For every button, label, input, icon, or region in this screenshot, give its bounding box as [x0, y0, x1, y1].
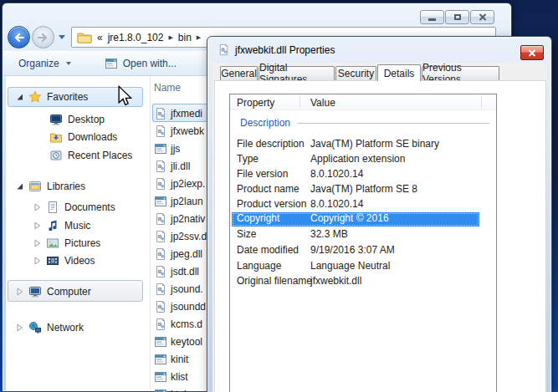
sidebar-item-videos[interactable]: Videos [6, 252, 148, 269]
collapsed-triangle-icon[interactable] [16, 288, 23, 296]
dll-file-icon [154, 265, 167, 278]
property-row[interactable]: Language Language Neutral [230, 260, 496, 274]
minimize-button[interactable] [420, 10, 444, 24]
sidebar-label: Documents [64, 201, 115, 213]
file-name: jp2laun [171, 196, 203, 207]
breadcrumb-overflow[interactable]: « [97, 32, 103, 43]
sidebar-item-documents[interactable]: Documents [6, 198, 148, 216]
property-name: Product version [237, 198, 309, 210]
collapsed-triangle-icon[interactable] [16, 323, 23, 332]
back-button[interactable] [8, 26, 30, 48]
file-name: klist [171, 371, 188, 383]
property-row[interactable]: Original filename jfxwebkit.dll [230, 275, 496, 289]
sidebar-item-libraries[interactable]: Libraries [6, 177, 148, 195]
recent-places-icon [49, 149, 63, 162]
back-arrow-icon [13, 32, 25, 43]
dll-file-icon [154, 125, 167, 138]
organize-menu-button[interactable]: Organize [13, 54, 76, 73]
collapsed-triangle-icon[interactable] [33, 239, 41, 247]
sidebar-label: Pictures [64, 237, 100, 249]
chevron-down-icon [66, 62, 71, 65]
property-value: Java(TM) Platform SE 8 [310, 183, 417, 195]
property-value: 9/19/2016 3:07 AM [310, 244, 395, 256]
close-icon [479, 13, 487, 21]
file-name: keytool [171, 336, 202, 348]
forward-arrow-icon [37, 32, 49, 43]
forward-button[interactable] [32, 26, 54, 48]
expanded-triangle-icon[interactable] [16, 182, 23, 191]
property-row-selected[interactable]: Copyright Copyright © 2016 [232, 212, 479, 227]
file-name: jfxmedi [171, 108, 202, 120]
application-file-icon [154, 353, 167, 366]
sidebar-label: Network [47, 322, 84, 333]
sidebar-label: Libraries [47, 181, 85, 192]
property-name: Copyright [237, 212, 309, 224]
property-value: 32.3 MB [310, 228, 348, 240]
column-divider[interactable] [299, 95, 300, 108]
open-with-button[interactable]: Open with... [100, 54, 182, 73]
file-name: jpeg.dll [171, 248, 202, 260]
tab-general[interactable]: General [220, 66, 258, 80]
property-row[interactable]: Size 32.3 MB [230, 228, 496, 242]
sidebar-item-downloads[interactable]: Downloads [6, 128, 148, 145]
tab-digital-signatures[interactable]: Digital Signatures [259, 66, 335, 80]
properties-icon [218, 43, 230, 56]
property-row[interactable]: Date modified 9/19/2016 3:07 AM [230, 244, 496, 258]
tab-previous-versions[interactable]: Previous Versions [422, 66, 499, 80]
network-icon [28, 321, 42, 334]
breadcrumb-segment[interactable]: bin [178, 32, 192, 43]
file-name: jli.dll [171, 160, 190, 172]
picture-icon [46, 237, 59, 250]
music-note-icon [46, 219, 59, 232]
collapsed-triangle-icon[interactable] [33, 257, 41, 265]
tab-label: Details [384, 68, 415, 79]
collapsed-triangle-icon[interactable] [33, 203, 41, 211]
sidebar-item-network[interactable]: Network [6, 318, 148, 336]
file-name: ktab [171, 389, 190, 392]
sidebar-label: Recent Places [68, 150, 132, 161]
libraries-icon [28, 180, 42, 193]
recent-pages-dropdown[interactable] [59, 35, 65, 39]
property-row[interactable]: Type Application extension [230, 153, 496, 167]
column-header-property[interactable]: Property [237, 97, 274, 109]
breadcrumb-segment[interactable]: jre1.8.0_102 [108, 32, 164, 43]
tab-security[interactable]: Security [335, 66, 376, 80]
sidebar-item-recent-places[interactable]: Recent Places [6, 146, 148, 164]
star-icon [28, 90, 42, 104]
sidebar-item-music[interactable]: Music [6, 216, 148, 234]
dll-file-icon [154, 318, 167, 331]
file-name: jp2ssv.d [171, 231, 207, 242]
column-header-value[interactable]: Value [310, 97, 335, 109]
collapsed-triangle-icon[interactable] [33, 221, 41, 230]
property-row[interactable]: File description Java(TM) Platform SE bi… [230, 138, 496, 152]
tab-details[interactable]: Details [377, 64, 421, 81]
breadcrumb-arrow-icon[interactable]: ▶ [168, 33, 172, 41]
expanded-triangle-icon[interactable] [16, 93, 23, 101]
details-tab-page: Property Value Description File descript… [214, 80, 546, 392]
close-button[interactable] [470, 10, 494, 24]
sidebar-item-pictures[interactable]: Pictures [6, 234, 148, 252]
sidebar-label: Computer [47, 286, 91, 298]
column-divider[interactable] [481, 95, 482, 108]
property-value: 8.0.1020.14 [310, 198, 363, 210]
application-file-icon [154, 142, 167, 155]
property-row[interactable]: Product version 8.0.1020.14 [230, 198, 496, 212]
dll-file-icon [154, 283, 167, 296]
property-row[interactable]: File version 8.0.1020.14 [230, 168, 496, 182]
property-row[interactable]: Product name Java(TM) Platform SE 8 [230, 183, 496, 197]
breadcrumb-arrow-icon[interactable]: ▶ [197, 33, 201, 41]
computer-icon [28, 285, 42, 298]
column-header-name[interactable]: Name [154, 82, 181, 94]
maximize-button[interactable] [445, 10, 469, 24]
downloads-icon [49, 130, 63, 144]
file-name: jsdt.dll [171, 266, 199, 277]
folder-icon [77, 32, 92, 43]
sidebar-item-desktop[interactable]: Desktop [6, 110, 148, 128]
tab-label: General [221, 68, 257, 79]
document-icon [46, 201, 59, 214]
dialog-close-button[interactable] [520, 45, 544, 60]
pane-divider[interactable] [150, 76, 151, 391]
sidebar-item-computer[interactable]: Computer [6, 283, 148, 300]
desktop: { "explorer": { "address": { "overflow_c… [0, 0, 558, 392]
property-name: Date modified [237, 244, 309, 256]
